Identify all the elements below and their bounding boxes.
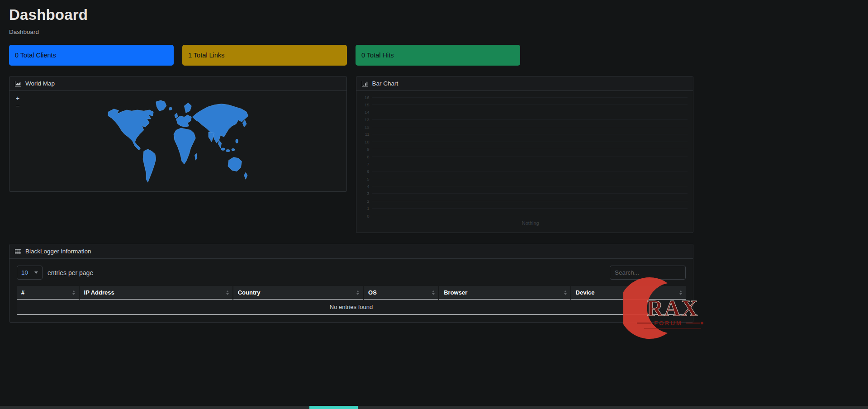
- column-label: Browser: [444, 289, 467, 296]
- map-indonesia-3[interactable]: [232, 148, 235, 151]
- world-map-body[interactable]: + −: [9, 91, 346, 191]
- bar-chart-title: Bar Chart: [372, 80, 398, 87]
- y-axis-tick-label: 12: [364, 124, 372, 129]
- empty-state-message: No entries found: [17, 300, 686, 315]
- gridline: [372, 157, 688, 157]
- column-label: Country: [238, 289, 261, 296]
- y-axis-tick-label: 10: [364, 139, 372, 144]
- y-axis-tick-label: 0: [364, 214, 372, 219]
- map-madagascar[interactable]: [195, 153, 197, 161]
- sort-icon: [564, 290, 567, 295]
- gridline: [372, 186, 688, 186]
- entries-per-page-value: 10: [21, 269, 28, 276]
- map-zoom-out-button[interactable]: −: [16, 102, 23, 109]
- sort-icon: [356, 290, 359, 295]
- y-axis-tick-label: 15: [364, 102, 372, 107]
- y-axis-tick-label: 16: [364, 95, 372, 100]
- y-axis-tick-label: 4: [364, 184, 372, 189]
- world-map-panel-header: World Map: [9, 76, 346, 91]
- gridline: [372, 149, 688, 149]
- crax-forum-watermark: RAX FORUM: [623, 276, 705, 340]
- y-axis-tick-label: 5: [364, 176, 372, 181]
- gridline: [372, 127, 688, 127]
- y-axis-tick-label: 13: [364, 117, 372, 122]
- chart-bar-icon: [362, 81, 368, 87]
- table-controls: 10 entries per page: [9, 259, 693, 280]
- map-japan[interactable]: [242, 120, 247, 127]
- map-india[interactable]: [209, 132, 214, 142]
- gridline: [372, 142, 688, 142]
- y-axis-tick-label: 7: [364, 162, 372, 166]
- y-axis-tick-label: 3: [364, 191, 372, 196]
- gridline: [372, 193, 688, 194]
- map-iceland[interactable]: [169, 107, 172, 110]
- y-axis-tick-label: 11: [364, 132, 372, 137]
- map-indonesia-1[interactable]: [221, 148, 225, 150]
- table-icon: [15, 248, 21, 255]
- map-asia[interactable]: [192, 104, 248, 143]
- map-new-zealand[interactable]: [244, 172, 247, 180]
- stat-card-total-clients: 0 Total Clients: [9, 45, 174, 66]
- chart-area-icon: [15, 81, 21, 87]
- map-north-america[interactable]: [108, 109, 153, 150]
- watermark-brand-text: RAX: [647, 295, 698, 321]
- y-axis-tick-label: 6: [364, 169, 372, 174]
- map-south-america[interactable]: [143, 149, 156, 182]
- page-title: Dashboard: [9, 6, 693, 24]
- map-philippines[interactable]: [236, 139, 238, 143]
- y-axis-tick-label: 1: [364, 206, 372, 211]
- column-header-ip-address[interactable]: IP Address: [79, 286, 233, 300]
- map-australia[interactable]: [228, 157, 242, 171]
- map-greenland[interactable]: [156, 100, 166, 111]
- blacklogger-info-panel: BlackLogger information 10 entries per p…: [9, 244, 693, 323]
- world-map-svg[interactable]: [105, 97, 251, 186]
- panels-row: World Map + −: [9, 76, 693, 233]
- table-header-row: # IP Address Country OS: [17, 286, 686, 300]
- map-zoom-controls: + −: [16, 95, 23, 109]
- map-southeast-asia[interactable]: [218, 140, 222, 148]
- map-africa[interactable]: [174, 128, 195, 164]
- map-united-kingdom[interactable]: [175, 113, 178, 118]
- gridline: [372, 208, 688, 209]
- map-zoom-in-button[interactable]: +: [16, 95, 23, 101]
- column-label: IP Address: [84, 289, 114, 296]
- watermark-sub-text: FORUM: [654, 320, 683, 327]
- column-header-country[interactable]: Country: [233, 286, 363, 300]
- bar-chart-panel: Bar Chart 161514131211109876543210 Nothi…: [356, 76, 694, 233]
- gridline: [372, 119, 688, 120]
- watermark-dot: [701, 322, 703, 324]
- gridline: [372, 171, 688, 171]
- crax-forum-logo: RAX FORUM: [623, 276, 705, 340]
- stat-label-total-hits: 0 Total Hits: [361, 52, 394, 59]
- stats-row: 0 Total Clients 1 Total Links 0 Total Hi…: [9, 45, 693, 66]
- column-header-browser[interactable]: Browser: [439, 286, 570, 300]
- map-indonesia-2[interactable]: [226, 150, 230, 152]
- gridline: [372, 97, 688, 98]
- stat-card-total-links: 1 Total Links: [182, 45, 347, 66]
- column-header-index[interactable]: #: [17, 286, 79, 300]
- blacklogger-panel-header: BlackLogger information: [9, 244, 693, 259]
- taskbar-active-app-segment[interactable]: [309, 406, 358, 409]
- dashboard-page: Dashboard Dashboard 0 Total Clients 1 To…: [9, 6, 693, 323]
- gridline: [372, 105, 688, 105]
- map-scandinavia[interactable]: [185, 103, 192, 113]
- stat-card-total-hits: 0 Total Hits: [356, 45, 520, 66]
- gridline: [372, 112, 688, 112]
- bar-chart-x-label: Nothing: [374, 220, 688, 226]
- bar-chart-body: 161514131211109876543210 Nothing: [356, 91, 693, 233]
- breadcrumb: Dashboard: [9, 29, 693, 35]
- world-map-panel: World Map + −: [9, 76, 347, 192]
- column-header-os[interactable]: OS: [363, 286, 439, 300]
- stat-label-total-links: 1 Total Links: [188, 52, 224, 59]
- stat-label-total-clients: 0 Total Clients: [15, 52, 56, 59]
- table-body: No entries found: [17, 300, 686, 315]
- y-axis-tick-label: 9: [364, 147, 372, 152]
- taskbar-strip: [0, 406, 868, 409]
- blacklogger-panel-title: BlackLogger information: [25, 248, 91, 255]
- sort-icon: [432, 290, 435, 295]
- entries-per-page-select[interactable]: 10: [17, 266, 43, 280]
- chevron-down-icon: [34, 271, 38, 274]
- y-axis-tick-label: 14: [364, 109, 372, 114]
- entries-per-page-label: entries per page: [47, 269, 93, 276]
- map-europe[interactable]: [176, 115, 192, 127]
